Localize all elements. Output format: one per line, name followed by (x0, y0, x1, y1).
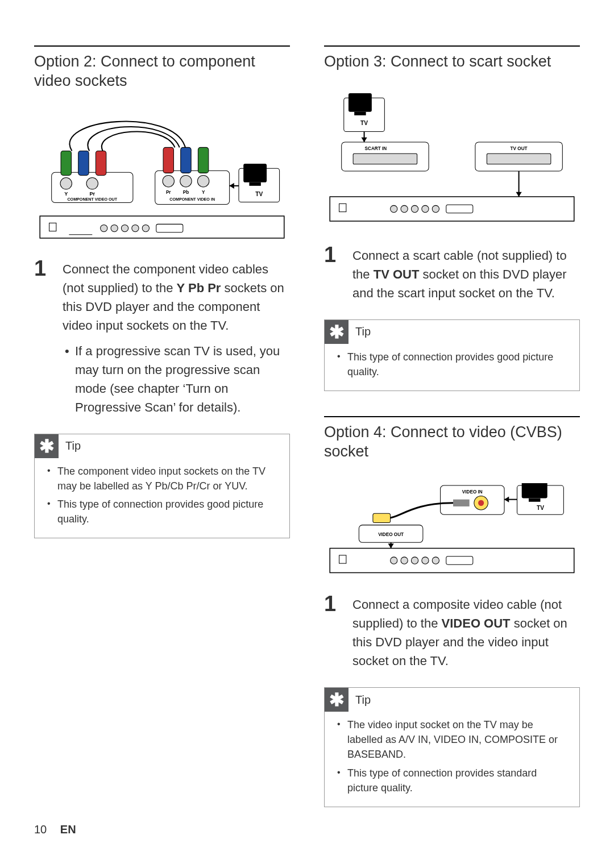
svg-rect-45 (339, 203, 346, 211)
left-column: Option 2: Connect to component video soc… (34, 45, 290, 807)
svg-text:COMPONENT VIDEO IN: COMPONENT VIDEO IN (169, 197, 215, 202)
svg-rect-51 (446, 205, 473, 213)
right-column: Option 3: Connect to scart socket TV SCA… (324, 45, 580, 807)
svg-rect-38 (353, 153, 417, 164)
svg-point-13 (60, 177, 72, 189)
svg-rect-28 (249, 182, 260, 185)
svg-rect-60 (522, 483, 547, 499)
svg-point-50 (432, 205, 439, 212)
step-text: Connect a scart cable (not supplied) to … (352, 244, 580, 302)
opt3-tip: ✱ Tip This type of connection provides g… (324, 319, 580, 391)
svg-point-20 (180, 175, 192, 186)
sub-bullet: If a progressive scan TV is used, you ma… (63, 342, 290, 417)
svg-text:VIDEO OUT: VIDEO OUT (378, 532, 404, 537)
svg-point-46 (391, 205, 397, 212)
svg-marker-43 (361, 137, 367, 142)
svg-rect-17 (181, 147, 191, 173)
svg-marker-53 (516, 192, 521, 197)
asterisk-icon: ✱ (35, 434, 59, 458)
opt2-diagram: Y Pr COMPONENT VIDEO OUT Pr Pb Y COMPONE… (34, 113, 290, 240)
section-rule (324, 45, 580, 47)
step-text: Connect the component video cables (not … (63, 258, 290, 417)
section-rule (324, 416, 580, 417)
svg-rect-27 (243, 164, 267, 182)
svg-point-19 (163, 175, 174, 186)
tip-item: This type of connection provides standar… (337, 766, 570, 795)
svg-point-48 (411, 205, 418, 212)
svg-marker-64 (504, 496, 509, 502)
asterisk-icon: ✱ (325, 320, 349, 344)
svg-point-14 (86, 177, 98, 189)
tip-item: This type of connection provides good pi… (47, 497, 280, 526)
svg-text:TV: TV (537, 505, 544, 511)
svg-point-72 (411, 557, 418, 564)
svg-text:VIDEO IN: VIDEO IN (462, 489, 483, 495)
svg-text:Y: Y (202, 190, 205, 195)
svg-rect-18 (198, 147, 208, 173)
svg-text:Pb: Pb (183, 190, 189, 195)
svg-rect-7 (156, 224, 183, 232)
step-sub-bullets: If a progressive scan TV is used, you ma… (63, 342, 290, 417)
opt4-heading: Option 4: Connect to video (CVBS) socket (324, 423, 580, 462)
svg-rect-58 (453, 499, 470, 506)
language-code: EN (60, 823, 76, 836)
tip-label: Tip (355, 325, 371, 338)
svg-text:TV: TV (255, 191, 263, 197)
svg-point-57 (478, 500, 484, 505)
opt3-diagram: TV SCART IN TV OUT (324, 93, 580, 227)
tip-item: The video input socket on the TV may be … (337, 717, 570, 762)
svg-point-3 (111, 225, 118, 231)
svg-rect-16 (163, 147, 173, 173)
svg-rect-61 (529, 498, 540, 501)
asterisk-icon: ✱ (325, 688, 349, 712)
tip-list: The video input socket on the TV may be … (334, 717, 570, 795)
tip-header: ✱ Tip (325, 688, 579, 712)
svg-rect-33 (349, 93, 372, 112)
step-number: 1 (324, 244, 342, 302)
svg-point-71 (401, 557, 408, 564)
tip-label: Tip (65, 439, 81, 452)
page-footer: 10 EN (34, 823, 76, 836)
tip-item: The component video input sockets on the… (47, 464, 280, 493)
tip-list: This type of connection provides good pi… (334, 350, 570, 379)
tip-item: This type of connection provides good pi… (337, 350, 570, 379)
section-rule (34, 45, 290, 47)
opt2-heading: Option 2: Connect to component video soc… (34, 52, 290, 91)
svg-marker-31 (230, 182, 234, 188)
opt4-step: 1 Connect a composite video cable (not s… (324, 593, 580, 670)
page-number: 10 (34, 823, 47, 836)
svg-point-21 (197, 175, 209, 186)
svg-point-47 (401, 205, 408, 212)
tip-list: The component video input sockets on the… (44, 464, 280, 526)
svg-point-70 (391, 557, 397, 564)
svg-text:TV OUT: TV OUT (511, 146, 528, 151)
svg-point-5 (132, 225, 139, 231)
svg-rect-75 (446, 556, 473, 564)
opt2-tip: ✱ Tip The component video input sockets … (34, 434, 290, 538)
svg-rect-11 (78, 151, 89, 175)
diag-label-y: Y (64, 191, 68, 197)
svg-point-49 (422, 205, 429, 212)
svg-rect-65 (373, 513, 391, 522)
step-number: 1 (34, 258, 52, 417)
opt3-heading: Option 3: Connect to scart socket (324, 52, 580, 72)
svg-rect-1 (49, 223, 56, 231)
svg-marker-77 (388, 543, 394, 548)
svg-rect-69 (339, 555, 346, 563)
step-number: 1 (324, 593, 342, 670)
tip-header: ✱ Tip (35, 434, 289, 458)
opt4-tip: ✱ Tip The video input socket on the TV m… (324, 687, 580, 807)
tip-header: ✱ Tip (325, 320, 579, 344)
svg-point-4 (121, 225, 128, 231)
step-text: Connect a composite video cable (not sup… (352, 593, 580, 670)
svg-rect-12 (96, 151, 106, 175)
page-columns: Option 2: Connect to component video soc… (34, 45, 580, 807)
svg-text:TV: TV (360, 120, 368, 126)
svg-text:SCART IN: SCART IN (365, 146, 387, 151)
svg-point-6 (142, 225, 149, 231)
svg-text:Pr: Pr (166, 190, 171, 195)
diag-label-compout: COMPONENT VIDEO OUT (67, 197, 117, 202)
svg-point-73 (422, 557, 429, 564)
tip-label: Tip (355, 693, 371, 707)
opt2-step: 1 Connect the component video cables (no… (34, 258, 290, 417)
